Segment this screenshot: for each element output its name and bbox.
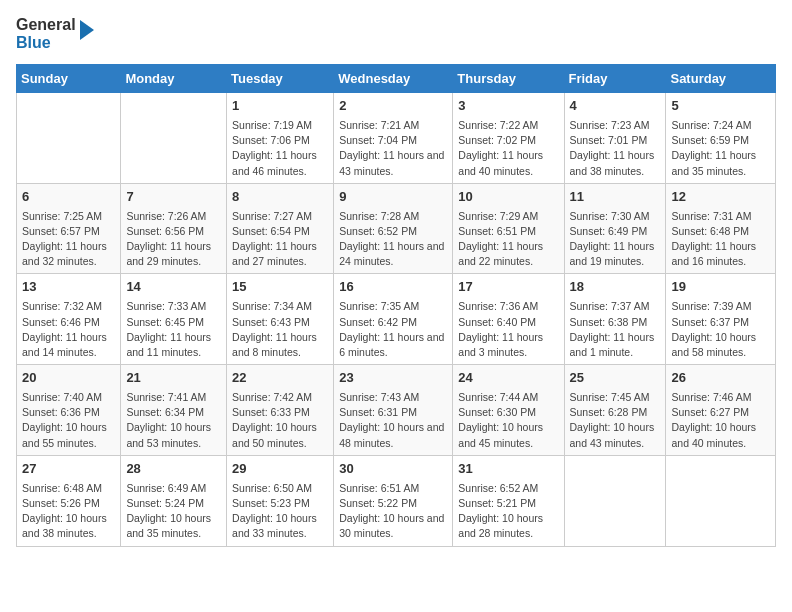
day-content: Sunrise: 7:45 AM Sunset: 6:28 PM Dayligh… [570, 390, 661, 451]
calendar-cell: 22Sunrise: 7:42 AM Sunset: 6:33 PM Dayli… [227, 365, 334, 456]
day-number: 11 [570, 188, 661, 207]
day-number: 15 [232, 278, 328, 297]
day-content: Sunrise: 7:19 AM Sunset: 7:06 PM Dayligh… [232, 118, 328, 179]
page-header: General Blue [16, 16, 776, 52]
col-header-monday: Monday [121, 65, 227, 93]
day-content: Sunrise: 6:48 AM Sunset: 5:26 PM Dayligh… [22, 481, 115, 542]
calendar-cell: 18Sunrise: 7:37 AM Sunset: 6:38 PM Dayli… [564, 274, 666, 365]
calendar-cell: 24Sunrise: 7:44 AM Sunset: 6:30 PM Dayli… [453, 365, 564, 456]
calendar-cell: 25Sunrise: 7:45 AM Sunset: 6:28 PM Dayli… [564, 365, 666, 456]
day-number: 25 [570, 369, 661, 388]
day-number: 8 [232, 188, 328, 207]
calendar-cell: 4Sunrise: 7:23 AM Sunset: 7:01 PM Daylig… [564, 93, 666, 184]
day-content: Sunrise: 6:49 AM Sunset: 5:24 PM Dayligh… [126, 481, 221, 542]
calendar-cell: 20Sunrise: 7:40 AM Sunset: 6:36 PM Dayli… [17, 365, 121, 456]
day-number: 23 [339, 369, 447, 388]
calendar-table: SundayMondayTuesdayWednesdayThursdayFrid… [16, 64, 776, 547]
calendar-week-row: 27Sunrise: 6:48 AM Sunset: 5:26 PM Dayli… [17, 455, 776, 546]
calendar-cell: 29Sunrise: 6:50 AM Sunset: 5:23 PM Dayli… [227, 455, 334, 546]
day-number: 7 [126, 188, 221, 207]
calendar-cell: 7Sunrise: 7:26 AM Sunset: 6:56 PM Daylig… [121, 183, 227, 274]
calendar-cell: 27Sunrise: 6:48 AM Sunset: 5:26 PM Dayli… [17, 455, 121, 546]
calendar-cell [666, 455, 776, 546]
logo-general: General [16, 16, 76, 33]
day-number: 5 [671, 97, 770, 116]
calendar-cell: 14Sunrise: 7:33 AM Sunset: 6:45 PM Dayli… [121, 274, 227, 365]
day-content: Sunrise: 7:36 AM Sunset: 6:40 PM Dayligh… [458, 299, 558, 360]
day-number: 9 [339, 188, 447, 207]
day-content: Sunrise: 7:27 AM Sunset: 6:54 PM Dayligh… [232, 209, 328, 270]
day-number: 28 [126, 460, 221, 479]
day-number: 22 [232, 369, 328, 388]
calendar-cell: 13Sunrise: 7:32 AM Sunset: 6:46 PM Dayli… [17, 274, 121, 365]
day-number: 10 [458, 188, 558, 207]
day-content: Sunrise: 7:39 AM Sunset: 6:37 PM Dayligh… [671, 299, 770, 360]
day-number: 13 [22, 278, 115, 297]
day-content: Sunrise: 7:46 AM Sunset: 6:27 PM Dayligh… [671, 390, 770, 451]
day-number: 24 [458, 369, 558, 388]
calendar-cell: 12Sunrise: 7:31 AM Sunset: 6:48 PM Dayli… [666, 183, 776, 274]
calendar-cell [121, 93, 227, 184]
calendar-week-row: 1Sunrise: 7:19 AM Sunset: 7:06 PM Daylig… [17, 93, 776, 184]
day-number: 27 [22, 460, 115, 479]
calendar-cell: 15Sunrise: 7:34 AM Sunset: 6:43 PM Dayli… [227, 274, 334, 365]
logo-text: General Blue [16, 16, 76, 52]
day-content: Sunrise: 7:31 AM Sunset: 6:48 PM Dayligh… [671, 209, 770, 270]
day-number: 14 [126, 278, 221, 297]
calendar-week-row: 6Sunrise: 7:25 AM Sunset: 6:57 PM Daylig… [17, 183, 776, 274]
col-header-sunday: Sunday [17, 65, 121, 93]
day-content: Sunrise: 7:35 AM Sunset: 6:42 PM Dayligh… [339, 299, 447, 360]
calendar-week-row: 13Sunrise: 7:32 AM Sunset: 6:46 PM Dayli… [17, 274, 776, 365]
calendar-cell [17, 93, 121, 184]
day-number: 29 [232, 460, 328, 479]
day-content: Sunrise: 7:44 AM Sunset: 6:30 PM Dayligh… [458, 390, 558, 451]
calendar-cell: 23Sunrise: 7:43 AM Sunset: 6:31 PM Dayli… [334, 365, 453, 456]
day-content: Sunrise: 7:29 AM Sunset: 6:51 PM Dayligh… [458, 209, 558, 270]
logo-arrow-icon [80, 20, 94, 40]
day-number: 17 [458, 278, 558, 297]
day-content: Sunrise: 6:51 AM Sunset: 5:22 PM Dayligh… [339, 481, 447, 542]
day-content: Sunrise: 7:33 AM Sunset: 6:45 PM Dayligh… [126, 299, 221, 360]
day-content: Sunrise: 7:22 AM Sunset: 7:02 PM Dayligh… [458, 118, 558, 179]
calendar-cell: 8Sunrise: 7:27 AM Sunset: 6:54 PM Daylig… [227, 183, 334, 274]
calendar-cell: 26Sunrise: 7:46 AM Sunset: 6:27 PM Dayli… [666, 365, 776, 456]
logo: General Blue [16, 16, 94, 52]
calendar-cell: 3Sunrise: 7:22 AM Sunset: 7:02 PM Daylig… [453, 93, 564, 184]
day-number: 2 [339, 97, 447, 116]
calendar-cell: 10Sunrise: 7:29 AM Sunset: 6:51 PM Dayli… [453, 183, 564, 274]
col-header-wednesday: Wednesday [334, 65, 453, 93]
day-number: 1 [232, 97, 328, 116]
calendar-cell: 28Sunrise: 6:49 AM Sunset: 5:24 PM Dayli… [121, 455, 227, 546]
col-header-thursday: Thursday [453, 65, 564, 93]
day-content: Sunrise: 7:43 AM Sunset: 6:31 PM Dayligh… [339, 390, 447, 451]
calendar-cell: 5Sunrise: 7:24 AM Sunset: 6:59 PM Daylig… [666, 93, 776, 184]
calendar-cell: 16Sunrise: 7:35 AM Sunset: 6:42 PM Dayli… [334, 274, 453, 365]
day-number: 21 [126, 369, 221, 388]
col-header-friday: Friday [564, 65, 666, 93]
day-content: Sunrise: 7:37 AM Sunset: 6:38 PM Dayligh… [570, 299, 661, 360]
day-number: 19 [671, 278, 770, 297]
day-content: Sunrise: 7:25 AM Sunset: 6:57 PM Dayligh… [22, 209, 115, 270]
day-number: 20 [22, 369, 115, 388]
logo-blue: Blue [16, 34, 51, 51]
calendar-cell: 11Sunrise: 7:30 AM Sunset: 6:49 PM Dayli… [564, 183, 666, 274]
day-number: 30 [339, 460, 447, 479]
day-number: 3 [458, 97, 558, 116]
day-number: 16 [339, 278, 447, 297]
calendar-cell: 19Sunrise: 7:39 AM Sunset: 6:37 PM Dayli… [666, 274, 776, 365]
calendar-cell: 17Sunrise: 7:36 AM Sunset: 6:40 PM Dayli… [453, 274, 564, 365]
day-number: 31 [458, 460, 558, 479]
day-content: Sunrise: 7:30 AM Sunset: 6:49 PM Dayligh… [570, 209, 661, 270]
logo-container: General Blue [16, 16, 94, 52]
day-number: 18 [570, 278, 661, 297]
col-header-saturday: Saturday [666, 65, 776, 93]
day-content: Sunrise: 7:26 AM Sunset: 6:56 PM Dayligh… [126, 209, 221, 270]
day-content: Sunrise: 7:21 AM Sunset: 7:04 PM Dayligh… [339, 118, 447, 179]
calendar-week-row: 20Sunrise: 7:40 AM Sunset: 6:36 PM Dayli… [17, 365, 776, 456]
day-number: 12 [671, 188, 770, 207]
day-content: Sunrise: 6:52 AM Sunset: 5:21 PM Dayligh… [458, 481, 558, 542]
day-number: 26 [671, 369, 770, 388]
day-number: 6 [22, 188, 115, 207]
calendar-cell: 31Sunrise: 6:52 AM Sunset: 5:21 PM Dayli… [453, 455, 564, 546]
day-content: Sunrise: 7:28 AM Sunset: 6:52 PM Dayligh… [339, 209, 447, 270]
